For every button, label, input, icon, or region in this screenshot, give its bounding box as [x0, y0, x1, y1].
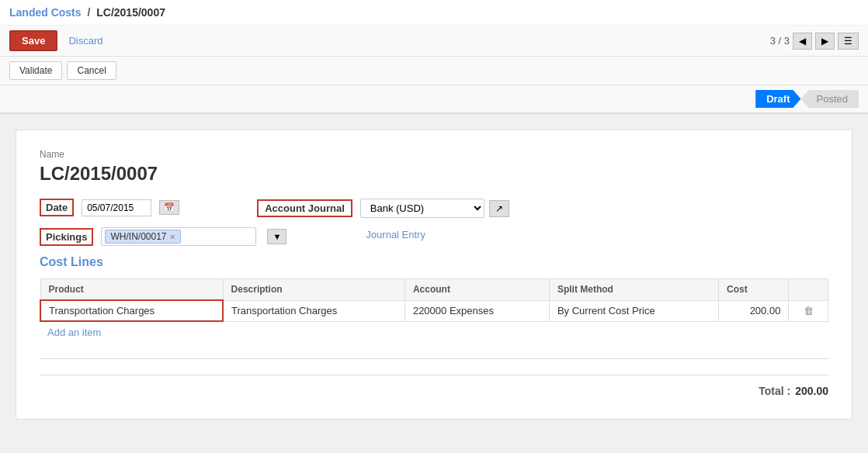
prev-button[interactable]: ◀: [793, 33, 812, 50]
menu-button[interactable]: ☰: [838, 33, 859, 50]
next-button[interactable]: ▶: [815, 33, 835, 50]
status-posted: Posted: [801, 90, 859, 108]
pagination-label: 3 / 3: [770, 35, 790, 47]
cost-cell: 200.00: [719, 300, 789, 321]
discard-button[interactable]: Discard: [62, 32, 109, 50]
col-cost: Cost: [719, 279, 789, 301]
calendar-button[interactable]: 📅: [159, 200, 179, 215]
name-value: LC/2015/0007: [40, 163, 828, 185]
account-cell: 220000 Expenses: [404, 300, 549, 321]
col-description: Description: [223, 279, 404, 301]
delete-cell[interactable]: 🗑: [789, 300, 828, 321]
split-method-cell: By Current Cost Price: [549, 300, 718, 321]
remove-tag-button[interactable]: ✕: [169, 233, 175, 241]
date-label: Date: [40, 199, 74, 216]
breadcrumb-parent[interactable]: Landed Costs: [9, 6, 82, 19]
total-label: Total :: [759, 385, 790, 397]
name-label: Name: [40, 149, 828, 160]
account-journal-label: Account Journal: [257, 199, 352, 217]
pickings-select[interactable]: WH/IN/00017 ✕: [101, 227, 256, 246]
breadcrumb-separator: /: [87, 6, 90, 19]
cost-lines-title: Cost Lines: [40, 255, 828, 269]
save-button[interactable]: Save: [9, 30, 57, 51]
table-row: Transportation Charges Transportation Ch…: [40, 300, 828, 321]
cancel-button[interactable]: Cancel: [67, 61, 116, 80]
external-link-button[interactable]: ↗: [489, 200, 509, 217]
total-value: 200.00: [795, 385, 828, 397]
pickings-label: Pickings: [40, 228, 93, 246]
status-draft: Draft: [755, 90, 800, 108]
date-input[interactable]: [82, 199, 151, 216]
cost-table: Product Description Account Split Method…: [40, 278, 828, 322]
bank-select[interactable]: Bank (USD): [360, 199, 484, 218]
breadcrumb-current: LC/2015/0007: [96, 6, 165, 19]
validate-button[interactable]: Validate: [9, 61, 62, 80]
description-cell: Transportation Charges: [223, 300, 404, 321]
col-account: Account: [404, 279, 549, 301]
col-split-method: Split Method: [549, 279, 718, 301]
journal-entry-link[interactable]: Journal Entry: [366, 229, 425, 240]
add-item-link[interactable]: Add an item: [40, 322, 109, 343]
col-product: Product: [40, 279, 223, 301]
pickings-dropdown-button[interactable]: ▼: [267, 229, 286, 244]
pickings-tag: WH/IN/00017 ✕: [105, 230, 180, 244]
col-actions: [789, 279, 828, 301]
product-cell[interactable]: Transportation Charges: [40, 300, 223, 321]
